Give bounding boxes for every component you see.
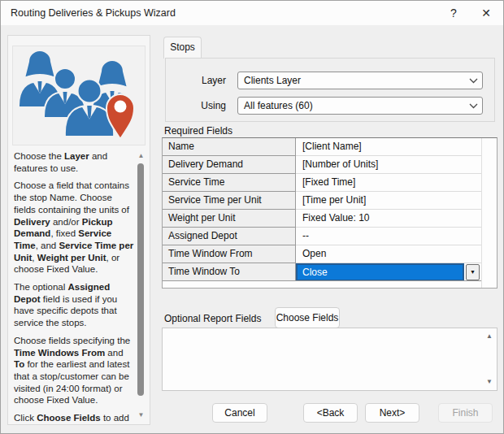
table-row: Service Time per Unit[Time per Unit] [163,192,481,210]
dropdown-arrow-button[interactable]: ▼ [466,264,480,280]
table-row: Service Time[Fixed Time] [163,174,481,192]
field-name-cell: Service Time [163,174,296,192]
field-name-cell: Name [163,138,296,156]
using-label: Using [169,100,226,111]
field-value-cell[interactable]: [Number of Units] [296,156,481,174]
field-name-cell: Assigned Depot [163,228,296,245]
finish-button: Finish [438,403,493,423]
layer-groupbox: Layer Clients Layer Using All features (… [165,58,495,122]
grid-scroll-strip [481,138,497,288]
layer-value: Clients Layer [244,75,464,86]
field-value-cell[interactable]: Fixed Value: 10 [296,210,481,228]
next-button[interactable]: Next> [365,403,419,423]
field-value-cell[interactable]: [Client Name] [296,138,481,156]
instruction-paragraph: Click Choose Fields to add data to be in… [14,412,134,424]
scroll-up-icon[interactable]: ▲ [135,150,147,161]
people-group-icon [13,46,145,145]
table-row: Delivery Demand[Number of Units] [163,156,481,174]
field-name-cell: Delivery Demand [163,156,296,174]
tab-stops[interactable]: Stops [163,37,202,59]
back-button[interactable]: <Back [303,403,358,423]
scroll-down-icon[interactable]: ▼ [135,410,147,420]
using-value: All features (60) [244,100,464,111]
optional-report-fields-label: Optional Report Fields [164,313,261,324]
chevron-down-icon [464,75,482,86]
sidebar: Choose the Layer and features to use.Cho… [7,35,150,425]
field-value-cell[interactable]: -- [296,228,481,245]
using-combobox[interactable]: All features (60) [237,97,483,115]
close-button[interactable]: ✕ [472,1,500,25]
choose-fields-button[interactable]: Choose Fields [275,307,340,328]
instruction-paragraph: The optional Assigned Depot field is use… [14,281,134,329]
field-name-cell: Time Window From [163,245,296,263]
layer-label: Layer [169,75,226,86]
instruction-paragraph: Choose a field that contains the stop Na… [14,180,134,276]
required-fields-label: Required Fields [164,125,232,137]
help-button[interactable]: ? [440,1,467,25]
cancel-button[interactable]: Cancel [212,403,267,423]
field-name-cell: Service Time per Unit [163,192,296,210]
table-row: Time Window FromOpen [163,245,481,263]
window-title: Routing Deliveries & Pickups Wizard [11,7,176,19]
required-fields-grid: Name[Client Name]Delivery Demand[Number … [162,137,497,289]
table-row: Name[Client Name] [163,138,481,156]
clients-illustration [12,46,146,145]
wizard-dialog: Routing Deliveries & Pickups Wizard ? ✕ [0,0,504,434]
field-value-cell[interactable]: Open [296,245,481,263]
instruction-paragraph: Choose the Layer and features to use. [14,150,134,174]
wizard-instructions: Choose the Layer and features to use.Cho… [14,150,134,424]
selected-value-combobox[interactable]: Close [296,263,464,281]
field-value-cell[interactable]: [Time per Unit] [296,192,481,210]
titlebar: Routing Deliveries & Pickups Wizard ? ✕ [1,1,503,25]
scroll-down-icon[interactable]: ▼ [483,376,496,388]
field-value-cell[interactable]: [Fixed Time] [296,174,481,192]
listbox-scrollbar[interactable]: ▲ ▼ [483,329,496,389]
optional-fields-listbox[interactable]: ▲ ▼ [162,328,497,391]
table-row: Weight per UnitFixed Value: 10 [163,210,481,228]
field-name-cell: Time Window To [163,263,296,281]
field-name-cell: Weight per Unit [163,210,296,228]
instruction-paragraph: Choose fields specifying the Time Window… [14,335,134,406]
sidebar-scrollbar[interactable]: ▲ ▼ [135,150,147,420]
chevron-down-icon [464,100,482,111]
scroll-up-icon[interactable]: ▲ [483,331,496,342]
scroll-thumb[interactable] [137,163,144,396]
field-value-cell[interactable]: Close▼ [296,263,481,281]
layer-combobox[interactable]: Clients Layer [237,72,483,89]
table-row: Time Window ToClose▼ [163,263,481,281]
table-row: Assigned Depot-- [163,228,481,245]
